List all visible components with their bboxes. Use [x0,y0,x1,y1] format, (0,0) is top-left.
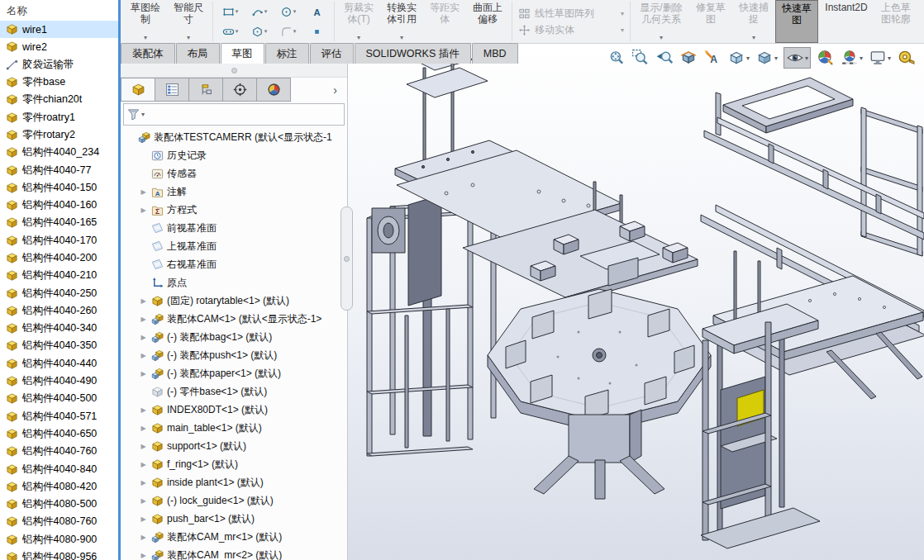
zoom-to-area-button[interactable] [631,49,650,67]
expander-icon[interactable]: ▶ [139,206,148,214]
expander-icon[interactable]: ▶ [139,461,148,468]
tool-polygon-button[interactable]: ▾ [245,21,274,41]
tree-node[interactable]: ▶装配体CAM<1> (默认<显示状态-1> [121,310,347,328]
tool-circle-button[interactable]: ▾ [274,2,302,21]
tool-sketch-fillet-button[interactable]: ▾ [274,21,302,41]
tree-node[interactable]: ▶方程式 [121,201,347,219]
expander-icon[interactable]: ▶ [139,370,148,377]
parts-list-item[interactable]: 铝构件4040-840 [0,460,118,477]
ribbon-offset-on-surface-button[interactable]: 曲面上偏移 [466,0,509,43]
parts-list-item[interactable]: 零件roatry1 [0,108,118,126]
tool-point-button[interactable] [302,21,331,41]
ribbon-offset-entities-button[interactable]: 等距实体 [423,0,466,43]
dynamic-annotation-views-button[interactable] [703,49,722,67]
ribbon-rapid-sketch-button[interactable]: 快速草图 [775,0,818,43]
expander-icon[interactable]: ▶ [139,425,148,432]
tree-node[interactable]: 前视基准面 [121,219,347,237]
parts-list-item[interactable]: 铝构件4040-160 [0,197,118,214]
parts-list-item[interactable]: 铝构件4040-500 [0,390,118,407]
display-style-button[interactable]: ▾ [755,49,778,67]
graphics-splitter[interactable] [341,206,353,311]
parts-list-item[interactable]: 铝构件4040-340 [0,320,118,337]
parts-list-item[interactable]: 铝构件4040-250 [0,284,118,301]
command-tab[interactable]: 装配体 [121,43,175,64]
tree-node[interactable]: ▶support<1> (默认) [121,437,347,455]
ribbon-convert-entities-button[interactable]: 转换实体引用▾ [380,0,423,43]
ribbon-quick-snaps-button[interactable]: 快速捕捉▾ [732,0,775,43]
expander-icon[interactable]: ▶ [139,334,148,341]
tree-node[interactable]: 历史记录 [121,146,347,164]
expander-icon[interactable]: ▶ [139,515,148,523]
configurationmanager-tab[interactable] [189,78,223,102]
tool-text-button[interactable] [302,2,331,21]
parts-list-item[interactable]: 铝构件4080-760 [0,513,118,530]
parts-list-item[interactable]: 铝构件4040-165 [0,214,118,231]
expander-icon[interactable]: ▶ [139,352,148,359]
parts-list-item[interactable]: 铝构件4080-500 [0,496,118,513]
tree-node[interactable]: ▶INDEX80DT<1> (默认) [121,401,347,419]
ribbon-smart-dimension-button[interactable]: 智能尺寸▾ [167,0,210,43]
parts-list-item[interactable]: 铝构件4040_234 [0,144,118,161]
parts-list-item[interactable]: 铝构件4040-350 [0,337,118,354]
displaymanager-tab[interactable] [257,78,291,102]
parts-list-item[interactable]: 铝构件4040-77 [0,161,118,178]
tree-node[interactable]: ▶(-) lock_guide<1> (默认) [121,491,347,510]
ribbon-instant2d-button[interactable]: Instant2D [818,0,874,43]
parts-list-item[interactable]: 铝构件4040-200 [0,249,118,267]
zoom-to-fit-button[interactable] [607,49,626,67]
tree-node[interactable]: 装配体TESTCAMERR (默认<显示状态-1 [121,128,347,146]
ribbon-display-delete-relations-button[interactable]: 显示/删除几何关系▾ [633,0,689,43]
parts-list-item[interactable]: 铝构件4040-150 [0,179,118,197]
tree-node[interactable]: ▶push_bar<1> (默认) [121,510,347,528]
parts-list-item[interactable]: 铝构件4080-900 [0,531,118,548]
tree-node[interactable]: 原点 [121,273,347,292]
expander-icon[interactable]: ▶ [139,406,148,414]
view-settings-button[interactable]: ▾ [869,49,891,67]
tree-node[interactable]: ▶(-) 装配体paper<1> (默认) [121,364,347,382]
ribbon-shaded-sketch-contours-button[interactable]: 上色草图轮廓 [874,0,917,43]
parts-list-item[interactable]: 铝构件4040-440 [0,355,118,373]
expander-icon[interactable]: ▶ [139,552,148,559]
tree-node[interactable]: ▶(-) 装配体bag<1> (默认) [121,328,347,346]
ribbon-linear-sketch-pattern-button[interactable]: 线性草图阵列▾ [518,7,624,21]
parts-list-item[interactable]: 铝构件4040-260 [0,302,118,320]
tree-node[interactable]: ▶inside plant<1> (默认) [121,473,347,491]
featuremanager-tree-tab[interactable] [121,78,155,102]
expander-icon[interactable]: ▶ [139,534,148,541]
expander-icon[interactable]: ▶ [139,443,148,450]
tree-node[interactable]: 上视基准面 [121,237,347,255]
hide-show-items-button[interactable]: ▾ [783,47,811,69]
tree-node[interactable]: (-) 零件base<1> (默认) [121,382,347,401]
command-tab[interactable]: 标注 [265,43,309,64]
tool-corner-rectangle-button[interactable]: ▾ [216,2,245,21]
parts-list-item[interactable]: 零件rotary2 [0,126,118,144]
parts-list-item[interactable]: 铝构件4080-956 [0,548,118,560]
parts-list-item[interactable]: 铝构件4040-490 [0,373,118,390]
command-tab[interactable]: MBD [472,43,518,64]
edit-appearance-button[interactable] [817,49,835,67]
tree-node[interactable]: ▶注解 [121,183,347,201]
expander-icon[interactable]: ▶ [139,188,148,196]
ribbon-move-entities-button[interactable]: 移动实体▾ [518,23,624,37]
tree-filter[interactable]: ▾ [123,103,345,126]
command-tab[interactable]: 评估 [310,43,354,64]
tool-straight-slot-button[interactable]: ▾ [216,21,245,41]
tree-node[interactable]: ▶(固定) rotarytable<1> (默认) [121,292,347,310]
graphics-area[interactable]: ▾▾▾▾▾ [347,43,924,560]
panel-splitter[interactable] [121,64,347,78]
ribbon-trim-entities-button[interactable]: 剪裁实体(T)▾ [337,0,380,43]
parts-list-item[interactable]: 铝构件4080-420 [0,478,118,496]
tree-node[interactable]: 右视基准面 [121,255,347,273]
tree-node[interactable]: ▶装配体CAM_mr<2> (默认) [121,546,347,560]
parts-list-item[interactable]: 铝构件4040-650 [0,425,118,443]
parts-list-item[interactable]: wire1 [0,21,118,38]
measure-button[interactable] [897,49,915,67]
expander-icon[interactable]: ▶ [139,479,148,486]
tree-node[interactable]: ▶装配体CAM_mr<1> (默认) [121,528,347,546]
parts-list-item[interactable]: 铝构件4040-760 [0,443,118,460]
propertymanager-tab[interactable] [155,78,189,102]
panel-expand-arrow[interactable]: › [323,78,347,102]
command-tab[interactable]: SOLIDWORKS 插件 [355,43,471,64]
expander-icon[interactable]: ▶ [139,497,148,505]
tree-node[interactable]: ▶f_ring<1> (默认) [121,455,347,473]
